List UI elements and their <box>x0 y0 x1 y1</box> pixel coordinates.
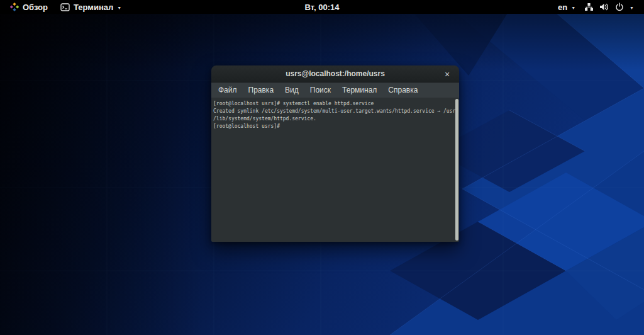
menu-view[interactable]: Вид <box>279 82 304 98</box>
app-menu-button[interactable]: Терминал ▼ <box>55 0 126 14</box>
terminal-line: [root@localhost usrs]# systemctl enable … <box>213 100 453 108</box>
close-icon: × <box>445 69 450 79</box>
menu-file[interactable]: Файл <box>213 82 243 98</box>
clock-button[interactable]: Вт, 00:14 <box>304 3 339 12</box>
terminal-line: /lib/systemd/system/httpd.service. <box>213 115 453 123</box>
power-icon <box>615 3 624 11</box>
menu-search[interactable]: Поиск <box>304 82 336 98</box>
activities-button[interactable]: Обзор <box>5 0 53 14</box>
top-bar-right: en ▼ ▼ <box>553 0 644 14</box>
menu-edit[interactable]: Правка <box>243 82 280 98</box>
keyboard-layout-button[interactable]: en ▼ <box>553 0 580 14</box>
terminal-scrollbar[interactable] <box>455 99 458 241</box>
keyboard-layout-label: en <box>558 3 567 12</box>
window-menubar: Файл Правка Вид Поиск Терминал Справка <box>211 82 459 98</box>
top-bar-left: Обзор Терминал ▼ <box>0 0 126 14</box>
close-button[interactable]: × <box>440 65 454 82</box>
menu-terminal[interactable]: Терминал <box>336 82 382 98</box>
menu-help[interactable]: Справка <box>382 82 423 98</box>
volume-high-icon <box>599 3 609 11</box>
system-menu-button[interactable]: ▼ <box>580 3 638 11</box>
terminal-window: usrs@localhost:/home/usrs × Файл Правка … <box>211 65 459 242</box>
terminal-line: Created symlink /etc/systemd/system/mult… <box>213 108 453 115</box>
chevron-down-icon: ▼ <box>630 6 634 10</box>
desktop: Обзор Терминал ▼ Вт, 00:14 en ▼ <box>0 0 644 335</box>
top-bar: Обзор Терминал ▼ Вт, 00:14 en ▼ <box>0 0 644 14</box>
window-title: usrs@localhost:/home/usrs <box>286 69 385 78</box>
distro-logo-icon <box>10 3 19 11</box>
app-menu-label: Терминал <box>74 3 113 12</box>
wired-network-icon <box>584 3 594 11</box>
terminal-output-area[interactable]: [root@localhost usrs]# systemctl enable … <box>211 98 459 242</box>
activities-label: Обзор <box>23 3 48 12</box>
chevron-down-icon: ▼ <box>571 6 575 10</box>
terminal-icon <box>60 3 70 11</box>
window-titlebar[interactable]: usrs@localhost:/home/usrs × <box>211 65 459 82</box>
terminal-line prompt-line: [root@localhost usrs]# <box>213 123 453 130</box>
chevron-down-icon: ▼ <box>117 6 121 10</box>
